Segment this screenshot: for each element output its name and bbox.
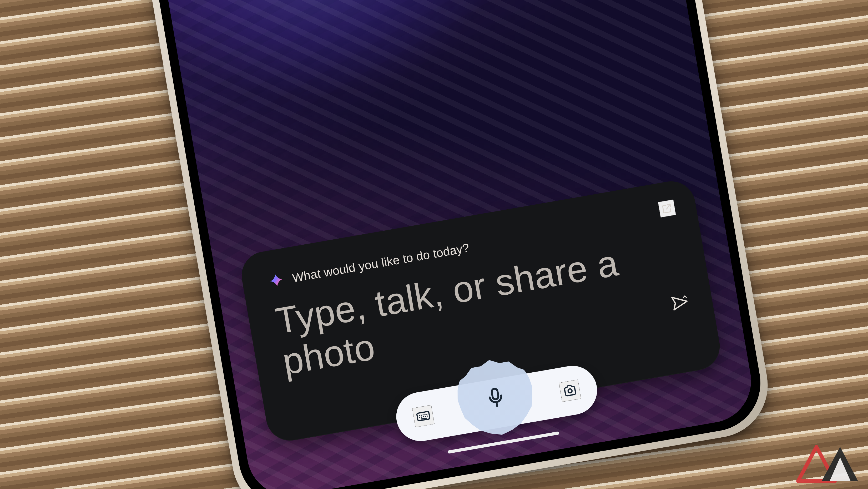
pill-spacer bbox=[486, 392, 508, 415]
open-external-button[interactable] bbox=[658, 199, 676, 218]
watermark-logo bbox=[790, 441, 859, 484]
send-button[interactable] bbox=[669, 291, 691, 313]
phone-device: What would you like to do today? Type, t… bbox=[124, 0, 776, 489]
keyboard-button[interactable] bbox=[412, 405, 435, 428]
camera-icon bbox=[561, 380, 579, 401]
send-icon bbox=[669, 291, 691, 313]
photo-scene: What would you like to do today? Type, t… bbox=[0, 0, 868, 489]
card-prompt-text[interactable]: Type, talk, or share a photo bbox=[273, 232, 688, 383]
svg-rect-0 bbox=[416, 411, 430, 421]
keyboard-icon bbox=[414, 406, 432, 427]
camera-button[interactable] bbox=[559, 379, 581, 402]
svg-point-1 bbox=[568, 389, 572, 393]
gemini-sparkle-icon bbox=[268, 272, 285, 290]
open-external-icon bbox=[660, 200, 674, 218]
